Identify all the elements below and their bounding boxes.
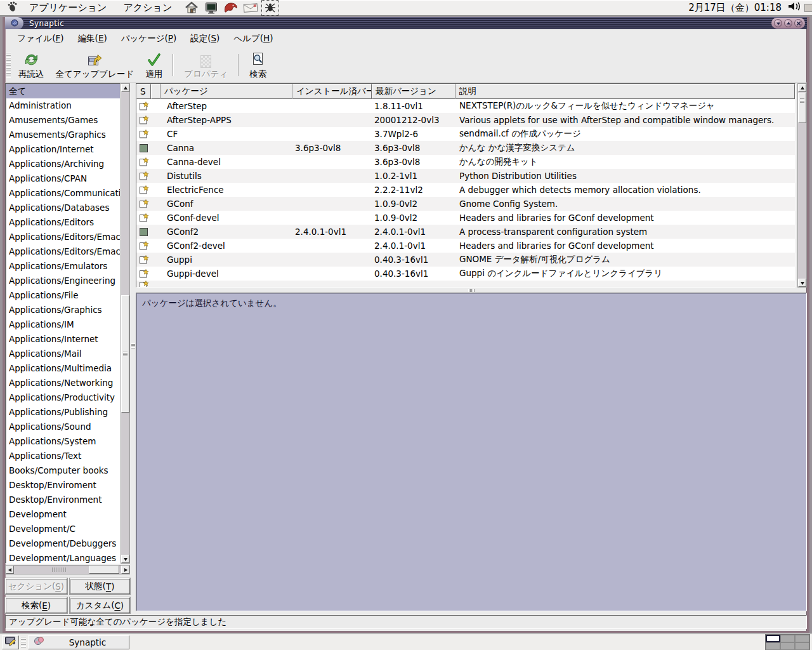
category-item[interactable]: Applications/Publishing [6, 405, 120, 420]
package-row-GConf2-devel[interactable]: GConf2-devel2.4.0.1-0vl1Headers and libr… [136, 239, 795, 253]
category-horizontal-scrollbar[interactable] [5, 565, 130, 574]
package-row-GConf-devel[interactable]: GConf-devel1.0.9-0vl2Headers and librari… [136, 211, 795, 225]
package-description-panel[interactable]: パッケージは選択されていません。 [136, 293, 807, 611]
column-header-latest[interactable]: 最新バージョン [372, 84, 455, 99]
category-item[interactable]: Applications/Sound [6, 420, 120, 434]
category-item[interactable]: Applications/CPAN [6, 171, 120, 186]
column-header-installed[interactable]: インストール済バージョン [292, 84, 372, 99]
workspace-2[interactable] [780, 635, 795, 642]
category-item[interactable]: Desktop/Environment [6, 493, 120, 507]
toolbar-button-upgrade-all[interactable]: 全てアップブレード [50, 48, 140, 82]
scroll-down-button[interactable] [798, 279, 806, 287]
category-item[interactable]: Development [6, 507, 120, 522]
category-item[interactable]: Applications/Multimedia [6, 361, 120, 376]
column-header-description[interactable]: 説明 [455, 84, 795, 99]
gnome-main-menu[interactable] [4, 1, 20, 15]
category-item[interactable]: Amusements/Graphics [6, 128, 120, 142]
panel-menu-applications[interactable]: アプリケーション [23, 2, 113, 14]
package-row-CF[interactable]: CF3.7Wpl2-6sendmail.cf の作成パッケージ [136, 127, 795, 141]
task-button-synaptic[interactable]: Synaptic [28, 635, 129, 649]
category-item[interactable]: Applications/Communications [6, 186, 120, 201]
workspace-4[interactable] [766, 642, 780, 650]
package-row-Guppi-devel[interactable]: Guppi-devel0.40.3-16vl1Guppi のインクルードファイル… [136, 267, 795, 281]
workspace-5[interactable] [780, 642, 795, 650]
titlebar[interactable]: Synaptic [5, 17, 807, 29]
package-row-Guppi[interactable]: Guppi0.40.3-16vl1GNOME データ解析/可視化プログラム [136, 253, 795, 267]
workspace-1[interactable] [766, 635, 780, 642]
tasklist-applet-button[interactable] [2, 635, 19, 649]
category-item[interactable]: Applications/Archiving [6, 157, 120, 171]
category-item[interactable]: Applications/Text [6, 449, 120, 463]
horizontal-pane-splitter[interactable] [136, 288, 807, 293]
category-item[interactable]: Applications/Editors/Emacs [6, 244, 120, 259]
scroll-right-button[interactable] [121, 566, 129, 574]
scroll-down-button[interactable] [121, 555, 129, 563]
scroll-up-button[interactable] [798, 84, 806, 92]
launcher-bug-icon[interactable] [262, 1, 278, 15]
package-row-GConf2[interactable]: GConf22.4.0.1-0vl12.4.0.1-0vl1A process-… [136, 225, 795, 239]
category-item[interactable]: Applications/Engineering [6, 274, 120, 288]
package-row-AfterStep-APPS[interactable]: AfterStep-APPS20001212-0vl3Various apple… [136, 113, 795, 127]
view-button-custom[interactable]: カスタム(C) [70, 597, 130, 613]
category-item[interactable]: Applications/File [6, 288, 120, 303]
package-row-Distutils[interactable]: Distutils1.0.2-1vl1Python Distribution U… [136, 169, 795, 183]
package-row-Canna-devel[interactable]: Canna-devel3.6p3-0vl8かんなの開発キット [136, 155, 795, 169]
view-button-search[interactable]: 検索(E) [5, 597, 67, 613]
view-button-status[interactable]: 状態(T) [70, 578, 130, 594]
package-row-AfterStep[interactable]: AfterStep1.8.11-0vl1NEXTSTEP(R)のルック&フィール… [136, 99, 795, 113]
scrollbar-thumb[interactable] [89, 566, 119, 574]
taskbar-grip[interactable] [21, 636, 26, 649]
category-list[interactable]: 全てAdministrationAmusements/GamesAmusemen… [5, 83, 121, 564]
scrollbar-trough[interactable] [121, 92, 129, 555]
category-item[interactable]: Applications/Databases [6, 201, 120, 215]
category-item[interactable]: Applications/Emulators [6, 259, 120, 274]
category-item[interactable]: Applications/Productivity [6, 390, 120, 405]
category-item[interactable]: Development/Debuggers [6, 536, 120, 551]
category-item[interactable]: Development/C [6, 522, 120, 536]
scroll-left-button[interactable] [6, 566, 14, 574]
scrollbar-trough[interactable] [14, 566, 121, 574]
column-header-status[interactable]: S [136, 84, 151, 99]
panel-edge-applet-icon[interactable] [804, 4, 812, 12]
category-item[interactable]: Applications/IM [6, 317, 120, 332]
minimize-button[interactable] [774, 19, 782, 27]
category-item[interactable]: Applications/Internet [6, 332, 120, 347]
category-item[interactable]: Applications/Editors [6, 215, 120, 230]
category-vertical-scrollbar[interactable] [121, 83, 130, 564]
workspace-6[interactable] [795, 642, 809, 650]
menu-help[interactable]: ヘルプ(H) [226, 30, 280, 47]
vertical-pane-splitter[interactable] [130, 83, 136, 614]
package-row-Canna[interactable]: Canna3.6p3-0vl83.6p3-0vl8かんな かな漢字変換システム [136, 141, 795, 155]
category-item[interactable]: Books/Computer books [6, 463, 120, 478]
package-row-ElectricFence[interactable]: ElectricFence2.2.2-11vl2A debugger which… [136, 183, 795, 197]
window-menu-button[interactable] [5, 17, 24, 29]
category-item[interactable]: Development/Languages [6, 551, 120, 564]
table-vertical-scrollbar[interactable] [797, 83, 807, 288]
scrollbar-thumb[interactable] [121, 295, 129, 413]
package-table[interactable]: Sパッケージインストール済バージョン最新バージョン説明 AfterStep1.8… [136, 83, 796, 288]
panel-menu-actions[interactable]: アクション [117, 2, 178, 14]
category-item[interactable]: Amusements/Games [6, 113, 120, 128]
package-row-GConf[interactable]: GConf1.0.9-0vl2Gnome Config System. [136, 197, 795, 211]
menu-file[interactable]: ファイル(F) [10, 30, 71, 47]
menu-edit[interactable]: 編集(E) [71, 30, 114, 47]
category-item[interactable]: Applications/Mail [6, 347, 120, 361]
category-item[interactable]: Administration [6, 98, 120, 113]
category-item[interactable]: Desktop/Enviroment [6, 478, 120, 493]
toolbar-grip[interactable] [6, 52, 11, 78]
launcher-mail-icon[interactable] [242, 1, 259, 15]
category-item[interactable]: 全て [6, 84, 120, 98]
toolbar-button-search[interactable]: 検索 [244, 48, 272, 82]
menu-settings[interactable]: 設定(S) [183, 30, 226, 47]
category-item[interactable]: Applications/Networking [6, 376, 120, 390]
scrollbar-trough[interactable] [798, 92, 806, 279]
column-header-spacer[interactable] [151, 84, 160, 99]
launcher-mozilla-icon[interactable] [223, 1, 239, 15]
column-header-package[interactable]: パッケージ [160, 84, 292, 99]
launcher-terminal-icon[interactable] [203, 1, 219, 15]
scrollbar-thumb[interactable] [798, 93, 806, 123]
launcher-home-icon[interactable] [183, 1, 200, 15]
splitter-grip[interactable] [468, 289, 475, 292]
maximize-button[interactable] [784, 19, 792, 27]
toolbar-button-apply[interactable]: 適用 [140, 48, 168, 82]
